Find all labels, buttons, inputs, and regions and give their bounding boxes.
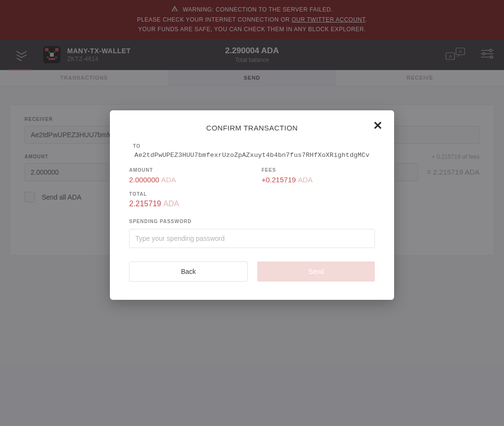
spending-password-label: SPENDING PASSWORD	[129, 219, 375, 224]
to-label: TO	[133, 143, 375, 149]
back-button[interactable]: Back	[129, 261, 248, 282]
modal-fees-label: FEES	[262, 167, 375, 173]
send-button[interactable]: Send	[257, 261, 375, 282]
to-address: Ae2tdPwUPEZ3HUU7bmfexrUzoZpAZxuyt4b4bn7f…	[129, 152, 375, 159]
modal-overlay: ✕ CONFIRM TRANSACTION TO Ae2tdPwUPEZ3HUU…	[0, 0, 504, 426]
modal-total-label: TOTAL	[129, 191, 375, 197]
modal-amount-label: AMOUNT	[129, 167, 242, 173]
modal-title: CONFIRM TRANSACTION	[129, 124, 375, 132]
modal-total-value: 2.215719 ADA	[129, 200, 375, 208]
modal-amount-value: 2.000000 ADA	[129, 176, 242, 184]
modal-fees-value: +0.215719 ADA	[262, 176, 375, 184]
spending-password-input[interactable]	[129, 229, 375, 248]
confirm-transaction-modal: ✕ CONFIRM TRANSACTION TO Ae2tdPwUPEZ3HUU…	[110, 110, 394, 300]
close-icon[interactable]: ✕	[373, 120, 383, 131]
